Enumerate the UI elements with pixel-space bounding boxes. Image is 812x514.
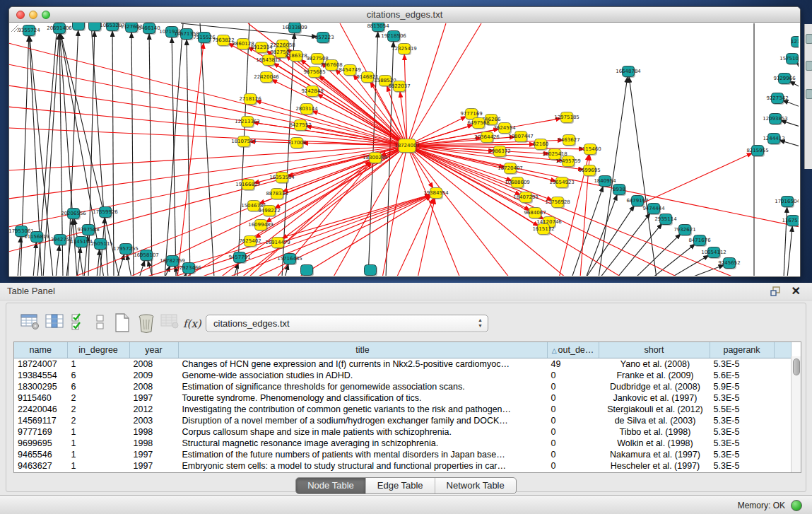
graph-node[interactable]: 7625402: [239, 236, 261, 248]
graph-node[interactable]: 20364426: [474, 132, 500, 144]
new-column-icon[interactable]: [114, 313, 131, 334]
table-cell[interactable]: 5.9E-5: [710, 381, 774, 392]
table-cell[interactable]: Corpus callosum shape and size in male p…: [178, 426, 547, 438]
graph-node[interactable]: 12325419: [392, 44, 417, 56]
table-cell[interactable]: 5.3E-5: [710, 392, 774, 404]
row-height-icon[interactable]: [95, 313, 105, 334]
graph-node[interactable]: 1211: [791, 37, 799, 49]
column-header-title[interactable]: title: [178, 342, 547, 358]
graph-node[interactable]: 1167533: [782, 216, 799, 228]
column-header-year[interactable]: year: [129, 342, 178, 358]
function-builder-icon[interactable]: f(x): [183, 317, 201, 339]
graph-node[interactable]: 12975185: [554, 112, 579, 124]
table-cell[interactable]: Tibbo et al. (1998): [599, 426, 710, 438]
select-rows-icon[interactable]: [71, 313, 89, 334]
table-cell[interactable]: Estimation of the future numbers of pati…: [178, 449, 547, 460]
graph-node[interactable]: 9457791: [228, 252, 250, 264]
table-row[interactable]: 911546021997Tourette syndrome. Phenomeno…: [14, 392, 792, 404]
table-cell[interactable]: 18300295: [14, 381, 67, 392]
graph-node[interactable]: [301, 265, 314, 276]
graph-node[interactable]: 7857223: [312, 33, 334, 45]
table-cell[interactable]: 2003: [129, 415, 178, 426]
table-cell[interactable]: 0: [547, 438, 599, 449]
column-header-pagerank[interactable]: pagerank: [710, 342, 774, 358]
graph-node[interactable]: 8471676: [688, 235, 711, 247]
table-cell[interactable]: 0: [547, 392, 599, 404]
table-cell[interactable]: 9115460: [14, 392, 67, 404]
graph-node[interactable]: 17359926: [93, 207, 118, 219]
table-cell[interactable]: Wolkin et al. (1998): [599, 438, 710, 449]
table-cell[interactable]: Franke et al. (2009): [599, 370, 710, 381]
table-cell[interactable]: 0: [547, 370, 599, 381]
table-cell[interactable]: 0: [547, 426, 599, 438]
graph-node[interactable]: 8938: [613, 185, 626, 197]
network-window[interactable]: citations_edges.txt 18724007796382288601…: [8, 6, 801, 277]
graph-node[interactable]: 19166827: [235, 180, 261, 192]
graph-node[interactable]: 8215955: [746, 146, 768, 158]
table-cell[interactable]: 2008: [129, 381, 178, 392]
table-cell[interactable]: 1: [67, 426, 129, 438]
network-canvas[interactable]: 1872400779638228860128891293422226058982…: [9, 23, 800, 276]
graph-node[interactable]: 9245652: [718, 258, 740, 270]
graph-node[interactable]: 20206556: [61, 209, 86, 221]
table-cell[interactable]: Structural magnetic resonance image aver…: [178, 438, 547, 449]
table-cell[interactable]: Disruption of a novel member of a sodium…: [178, 415, 547, 426]
graph-node[interactable]: 18720407: [498, 163, 523, 175]
tab-node-table[interactable]: Node Table: [296, 478, 365, 493]
table-cell[interactable]: 1998: [129, 438, 178, 449]
graph-node[interactable]: 19218506: [381, 31, 406, 43]
table-row[interactable]: 946362711997Embryonic stem cells: a mode…: [14, 460, 792, 472]
table-cell[interactable]: 2009: [129, 370, 178, 381]
table-cell[interactable]: 5.3E-5: [710, 460, 774, 472]
table-cell[interactable]: Yano et al. (2008): [599, 358, 710, 370]
graph-node[interactable]: 16033809: [282, 23, 307, 34]
graph-node[interactable]: 117006: [288, 138, 307, 150]
float-panel-icon[interactable]: [770, 286, 781, 296]
table-cell[interactable]: 5.3E-5: [710, 358, 774, 370]
graph-node[interactable]: 8813054: [367, 23, 389, 33]
graph-node[interactable]: [365, 265, 378, 276]
table-cell[interactable]: 5.6E-5: [710, 370, 774, 381]
table-cell[interactable]: 6: [67, 381, 129, 392]
table-cell[interactable]: Tourette syndrome. Phenomenology and cla…: [178, 392, 547, 404]
table-cell[interactable]: 2: [67, 392, 129, 404]
table-cell[interactable]: 5.3E-5: [710, 415, 774, 426]
table-cell[interactable]: 9463627: [14, 460, 67, 472]
table-row[interactable]: 1456911722003Disruption of a novel membe…: [14, 415, 792, 426]
table-cell[interactable]: 0: [547, 404, 599, 415]
table-cell[interactable]: 0: [547, 449, 599, 460]
table-cell[interactable]: de Silva et al. (2003): [599, 415, 710, 426]
table-panel-header[interactable]: Table Panel ✕: [0, 283, 812, 300]
network-window-titlebar[interactable]: citations_edges.txt: [9, 7, 800, 23]
table-cell[interactable]: Nakamura et al. (1997): [599, 449, 710, 460]
table-cell[interactable]: 0: [547, 381, 599, 392]
table-cell[interactable]: 5.3E-5: [710, 449, 774, 460]
table-scrollbar[interactable]: [791, 356, 801, 472]
graph-node[interactable]: 9227342: [766, 93, 788, 105]
table-cell[interactable]: 2: [67, 404, 129, 415]
network-graph[interactable]: 1872400779638228860128891293422226058982…: [9, 23, 799, 276]
table-cell[interactable]: 14569117: [14, 415, 67, 426]
table-row[interactable]: 977716911998Corpus callosum shape and si…: [14, 426, 792, 438]
table-cell[interactable]: Changes of HCN gene expression and I(f) …: [178, 358, 547, 370]
graph-node[interactable]: 9684067: [524, 208, 546, 220]
column-header-in_degree[interactable]: in_degree: [67, 342, 129, 358]
table-cell[interactable]: 1998: [129, 426, 178, 438]
table-cell[interactable]: 1997: [129, 460, 178, 472]
graph-node[interactable]: 10654112: [701, 247, 726, 259]
table-settings-icon[interactable]: [20, 313, 40, 334]
graph-node[interactable]: 16914479: [265, 238, 290, 250]
column-header-out_de[interactable]: △out_de…: [547, 342, 599, 358]
table-cell[interactable]: 49: [547, 358, 599, 370]
graph-node[interactable]: 17016504: [775, 197, 799, 209]
delete-column-icon[interactable]: [137, 313, 155, 334]
table-cell[interactable]: Stergiakouli et al. (2012): [599, 404, 710, 415]
graph-node[interactable]: [73, 23, 86, 31]
graph-node[interactable]: 10688609: [505, 177, 530, 189]
graph-node[interactable]: 19384554: [423, 188, 449, 200]
table-cell[interactable]: 1: [67, 358, 129, 370]
table-cell[interactable]: 5.5E-5: [710, 404, 774, 415]
table-cell[interactable]: 6: [67, 370, 129, 381]
tab-edge-table[interactable]: Edge Table: [365, 478, 435, 493]
table-cell[interactable]: 9777169: [14, 426, 67, 438]
